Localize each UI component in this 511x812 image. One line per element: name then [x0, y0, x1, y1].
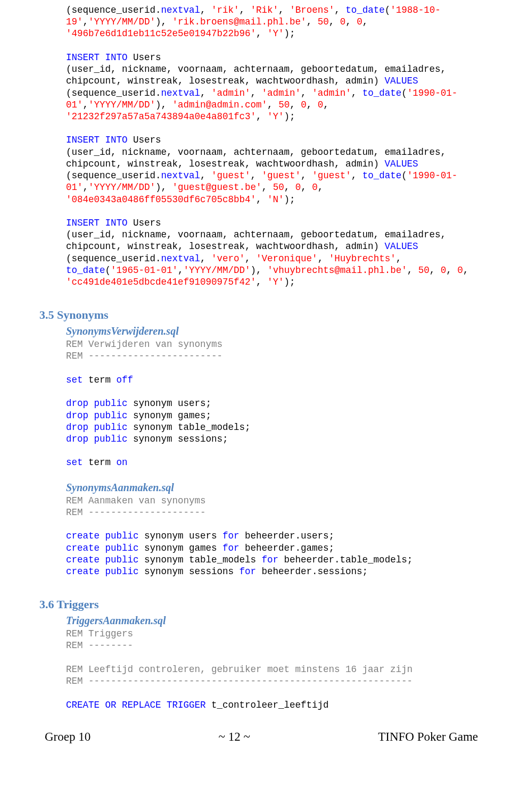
code-block-4: REM Triggers REM -------- REM Leeftijd c… [66, 628, 475, 711]
code-block-1: (sequence_userid.nextval, 'rik', 'Rik', … [66, 4, 475, 288]
footer-right: TINFO Poker Game [378, 730, 478, 744]
file-heading-triggers-aanmaken: TriggersAanmaken.sql [66, 615, 475, 627]
footer-mid: ~ 12 ~ [219, 730, 250, 744]
page-footer: Groep 10 ~ 12 ~ TINFO Poker Game [0, 723, 511, 749]
file-heading-synonyms-verwijderen: SynonymsVerwijderen.sql [66, 325, 475, 337]
heading-3-6-triggers: 3.6 Triggers [39, 598, 475, 611]
file-heading-synonyms-aanmaken: SynonymsAanmaken.sql [66, 482, 475, 494]
footer-left: Groep 10 [45, 730, 90, 744]
code-block-3: REM Aanmaken van synonyms REM ----------… [66, 495, 475, 578]
heading-3-5-synonyms: 3.5 Synonyms [39, 308, 475, 322]
code-block-2: REM Verwijderen van synonyms REM -------… [66, 338, 475, 468]
